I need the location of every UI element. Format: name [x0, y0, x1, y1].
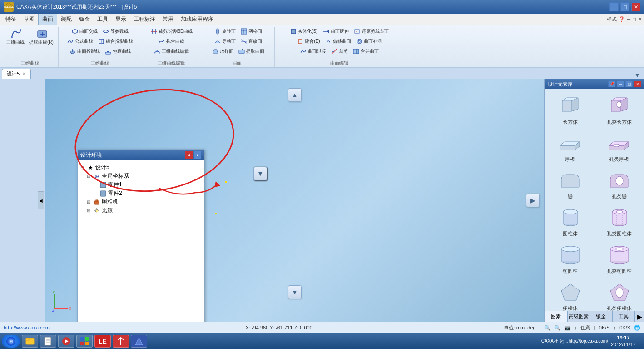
taskbar-app-blue[interactable] — [131, 335, 147, 348]
taskbar-caxa-link[interactable]: CAXA社 运…http://top.caxa.com/ — [541, 338, 608, 344]
btn-wrap-curve[interactable]: 包裹曲线 — [103, 47, 133, 56]
shape-thick-plate[interactable]: 厚板 — [547, 130, 593, 165]
rp-close-btn[interactable]: ✕ — [634, 81, 641, 87]
btn-equi-param[interactable]: 等参数线 — [100, 27, 130, 36]
rp-tab-tools[interactable]: 工具 — [613, 311, 635, 322]
titlebar-close-btn[interactable]: ✕ — [631, 2, 640, 11]
tree-item-design5[interactable]: ⊟ ★ 设计5 — [80, 163, 201, 172]
menu-sketch[interactable]: 草图 — [20, 14, 38, 25]
nav-right-arrow[interactable]: ▶ — [526, 194, 540, 207]
viewport-dropdown-btn[interactable]: ▼ — [634, 71, 640, 79]
btn-rotate-surface[interactable]: 旋转面 — [212, 27, 238, 36]
camera-icon[interactable]: 📷 — [564, 325, 570, 331]
nav-center-down[interactable]: ▼ — [253, 167, 267, 180]
shape-hole-polyhedron[interactable]: 孔类多棱体 — [596, 279, 642, 311]
taskbar-explorer[interactable] — [22, 335, 38, 348]
btn-stitch[interactable]: 缝合(E) — [295, 37, 322, 46]
btn-loft-surface[interactable]: 放样面 — [210, 47, 235, 56]
zoom-in-icon[interactable]: 🔍 — [544, 325, 550, 331]
left-collapse-btn[interactable]: ◀ — [38, 191, 44, 209]
shape-hole-cuboid[interactable]: 孔类长方体 — [596, 93, 642, 127]
tree-expand-light[interactable]: ⊞ — [87, 208, 93, 213]
btn-blend-curve[interactable]: 拟合曲线 — [156, 37, 186, 46]
tab-close-btn[interactable]: ✕ — [22, 71, 26, 76]
rp-tab-sheetmetal[interactable]: 钣金 — [590, 311, 613, 322]
show-desktop-btn[interactable] — [639, 335, 642, 348]
btn-ruled-surface[interactable]: 直纹面 — [238, 37, 264, 46]
btn-surface-curve[interactable]: 曲面交线 — [69, 27, 99, 36]
btn-3d-curve[interactable]: 三维曲线 — [5, 27, 26, 46]
menu-surface[interactable]: 曲面 — [38, 14, 57, 25]
tree-item-global-coord[interactable]: ⊟ ⊕ 全局坐标系 — [87, 172, 201, 180]
shape-polyhedron[interactable]: 多棱体 — [547, 279, 593, 311]
menu-minimize[interactable]: ─ — [627, 16, 630, 22]
btn-surface-trans[interactable]: 曲面过渡 — [298, 47, 328, 56]
btn-extract-surface[interactable]: 提取曲面 — [236, 47, 266, 56]
nav-up-arrow[interactable]: ▲ — [288, 88, 302, 102]
menu-close[interactable]: ✕ — [638, 16, 642, 22]
taskbar-windows[interactable] — [76, 335, 93, 348]
rp-tab-shapes[interactable]: 图素 — [545, 311, 568, 322]
btn-trim[interactable]: 裁剪 — [329, 47, 350, 56]
viewport-3d[interactable]: ▲ ▲ ◀ ⊕ ▶ ▼ ▼ ▶ x y — [45, 79, 544, 322]
btn-extract-curve[interactable]: 提取曲线(R) — [27, 27, 55, 46]
titlebar-restore-btn[interactable]: ◻ — [620, 2, 629, 11]
taskbar-files[interactable] — [40, 335, 56, 348]
btn-surface-proj[interactable]: 曲面投影线 — [67, 47, 102, 56]
tree-expand-design5[interactable]: ⊟ — [80, 165, 87, 170]
btn-guide-surface[interactable]: 导动面 — [212, 37, 238, 46]
rp-tab-add-btn[interactable]: ▶ — [635, 311, 644, 322]
menu-annotation[interactable]: 工程标注 — [130, 14, 159, 25]
menu-tools[interactable]: 工具 — [94, 14, 112, 25]
zoom-out-icon[interactable]: 🔍 — [554, 325, 560, 331]
btn-composite-proj[interactable]: 组合投影曲线 — [96, 37, 135, 46]
btn-restore-cut[interactable]: 还原剪裁表面 — [352, 27, 391, 36]
taskbar-app-red[interactable] — [113, 335, 129, 348]
help-btn[interactable]: ❓ — [619, 16, 625, 22]
btn-surface-extend[interactable]: 曲面延伸 — [321, 27, 351, 36]
tree-expand-global-coord[interactable]: ⊟ — [87, 174, 93, 179]
taskbar-app-le[interactable]: LE — [94, 335, 111, 348]
shape-key[interactable]: 键 — [547, 167, 593, 202]
btn-cut-3d[interactable]: 裁剪/分割3D曲线 — [149, 27, 195, 36]
rp-pin-btn[interactable]: 📌 — [608, 81, 615, 87]
nav-bottom-arrow[interactable]: ▼ — [288, 285, 302, 299]
rp-minimize-btn[interactable]: ─ — [617, 81, 624, 87]
taskbar-media[interactable] — [58, 335, 74, 348]
design-env-add-btn[interactable]: ✦ — [194, 151, 201, 159]
tab-design5[interactable]: 设计5 ✕ — [2, 69, 31, 79]
btn-merge-surface[interactable]: 合并曲面 — [351, 47, 381, 56]
shape-hole-thick-plate[interactable]: 孔类厚板 — [596, 130, 642, 165]
menu-plugins[interactable]: 加载应用程序 — [177, 14, 217, 25]
shape-cuboid[interactable]: 长方体 — [547, 93, 593, 127]
tree-item-camera[interactable]: ⊞ 照相机 — [87, 198, 201, 206]
menu-assembly[interactable]: 装配 — [57, 14, 75, 25]
statusbar-url[interactable]: http://www.caxa.com — [4, 325, 50, 330]
shape-hole-cylinder[interactable]: 孔类圆柱体 — [596, 204, 642, 239]
design-env-close-btn[interactable]: ✕ — [185, 151, 193, 159]
menu-restore[interactable]: ◻ — [632, 16, 636, 22]
btn-surface-fill[interactable]: 曲面补洞 — [354, 37, 384, 46]
menu-sheetmetal[interactable]: 钣金 — [75, 14, 94, 25]
rp-tab-advanced[interactable]: 高级图素 — [568, 311, 590, 322]
tree-expand-camera[interactable]: ⊞ — [87, 199, 93, 204]
tree-item-part2[interactable]: 零件2 — [93, 189, 201, 198]
shape-ellip-cylinder[interactable]: 椭圆柱 — [547, 242, 593, 276]
menu-feature[interactable]: 特征 — [2, 14, 20, 25]
tree-item-part1[interactable]: 零件1 — [93, 180, 201, 189]
btn-offset-surface[interactable]: 偏移曲面 — [323, 37, 353, 46]
btn-3d-edit[interactable]: 三维曲线编辑 — [152, 47, 191, 56]
menu-display[interactable]: 显示 — [112, 14, 130, 25]
menu-common[interactable]: 常用 — [159, 14, 177, 25]
design-env-titlebar[interactable]: 设计环境 ✕ ✦ — [78, 150, 204, 160]
tree-item-light[interactable]: ⊞ 光源 — [87, 206, 201, 215]
shape-hole-key[interactable]: 孔类键 — [596, 167, 642, 202]
titlebar-minimize-btn[interactable]: ─ — [609, 2, 619, 11]
start-button[interactable]: ⊞ — [2, 335, 20, 348]
shape-cylinder[interactable]: 圆柱体 — [547, 204, 593, 239]
btn-mesh-surface[interactable]: 网格面 — [238, 27, 264, 36]
rp-restore-btn[interactable]: ◻ — [625, 81, 633, 87]
btn-formula-curve[interactable]: 公式曲线 — [65, 37, 95, 46]
shape-hole-ellip-cylinder[interactable]: 孔类椭圆柱 — [596, 242, 642, 276]
btn-solid-s[interactable]: 实体化(S) — [288, 27, 319, 36]
